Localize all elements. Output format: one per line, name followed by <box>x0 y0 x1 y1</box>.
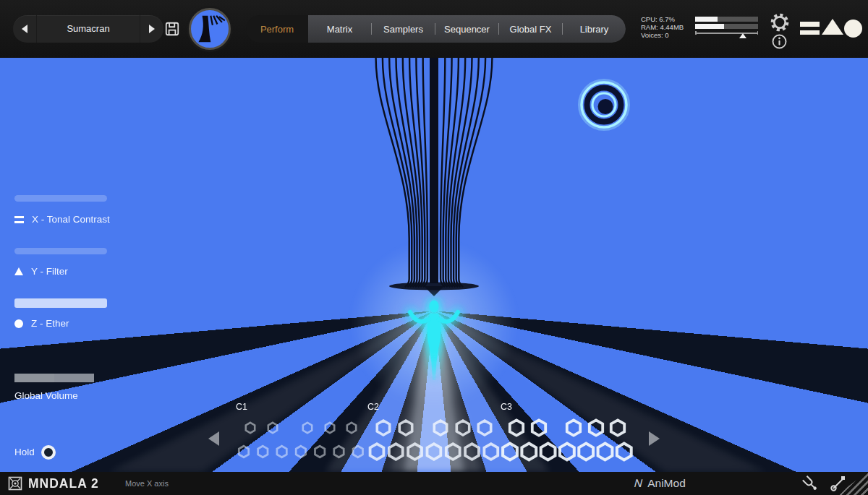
save-preset-button[interactable] <box>164 21 180 37</box>
pan-slider[interactable] <box>695 31 758 39</box>
hex-key-sharp[interactable] <box>268 423 277 433</box>
tab-bar: Perform Matrix Samplers Sequencer Global… <box>246 15 626 43</box>
tab-perform[interactable]: Perform <box>246 15 308 43</box>
stage-graphics <box>0 58 868 472</box>
logo-circle-icon <box>844 20 862 38</box>
preset-selector[interactable]: Sumacran <box>13 15 163 43</box>
preset-name[interactable]: Sumacran <box>36 15 140 43</box>
chevron-right-icon <box>149 25 155 33</box>
z-axis-label-row: Z - Ether <box>14 318 69 329</box>
tune-button[interactable] <box>800 474 819 493</box>
level-meter-2-fill <box>695 24 724 29</box>
output-meters <box>695 17 758 39</box>
hex-key[interactable] <box>277 446 286 457</box>
circle-icon <box>14 319 23 328</box>
animod-logo-icon: N <box>633 477 644 490</box>
tab-global-fx[interactable]: Global FX <box>499 15 562 43</box>
cpu-stat: CPU: 6.7% <box>641 15 684 23</box>
triangle-icon <box>14 267 23 275</box>
perform-stage[interactable]: X - Tonal Contrast Y - Filter Z - Ether … <box>0 58 868 472</box>
settings-button[interactable] <box>770 12 790 33</box>
y-axis-label-row: Y - Filter <box>14 266 68 277</box>
plugin-window: Sumacran Perform Matrix Samplers <box>0 0 868 495</box>
tab-matrix[interactable]: Matrix <box>308 15 371 43</box>
x-axis-slider[interactable] <box>14 195 107 202</box>
preset-prev-button[interactable] <box>13 15 36 43</box>
brand-name: MNDALA 2 <box>28 476 99 491</box>
y-axis-label: Y - Filter <box>31 266 68 277</box>
hex-key-sharp[interactable] <box>567 420 580 435</box>
info-icon <box>771 33 788 50</box>
floppy-save-icon <box>164 21 180 37</box>
hex-key-sharp[interactable] <box>532 420 545 435</box>
hex-key[interactable] <box>296 446 305 457</box>
z-axis-label: Z - Ether <box>31 318 69 329</box>
global-volume-slider[interactable] <box>14 374 94 382</box>
app-logo-badge[interactable] <box>189 8 231 50</box>
hold-label: Hold <box>14 447 35 457</box>
info-button[interactable] <box>771 33 788 50</box>
octave-label-c1: C1 <box>236 402 247 412</box>
y-axis-slider[interactable] <box>14 248 107 254</box>
tab-sequencer[interactable]: Sequencer <box>435 15 498 43</box>
voices-stat: Voices: 0 <box>641 31 684 39</box>
x-axis-label-row: X - Tonal Contrast <box>14 214 110 225</box>
hex-key[interactable] <box>315 446 325 457</box>
level-meter-1-fill <box>695 17 718 22</box>
global-volume-label: Global Volume <box>14 390 78 401</box>
hex-key[interactable] <box>617 444 631 460</box>
hold-toggle[interactable] <box>41 445 56 460</box>
footer-bar: MNDALA 2 Move X axis N AniMod <box>0 472 868 495</box>
preset-next-button[interactable] <box>140 15 163 43</box>
octave-label-c3: C3 <box>501 402 512 412</box>
hex-key[interactable] <box>258 446 268 457</box>
strings-logo-icon <box>191 10 229 48</box>
status-hint: Move X axis <box>125 479 169 488</box>
hex-key[interactable] <box>560 444 574 460</box>
level-meter-1 <box>695 17 758 22</box>
animod-brand: N AniMod <box>634 477 686 490</box>
logo-bar-icon <box>800 22 820 27</box>
hex-key-sharp[interactable] <box>347 423 356 433</box>
z-axis-slider[interactable] <box>14 298 107 308</box>
global-volume-fill <box>14 374 54 382</box>
level-meter-2 <box>695 24 758 29</box>
hex-key-sharp[interactable] <box>303 423 312 433</box>
mandala-icon <box>8 476 22 491</box>
hex-key[interactable] <box>541 444 556 460</box>
tab-library[interactable]: Library <box>563 15 626 43</box>
tuning-fork-icon <box>800 474 819 493</box>
logo-bar-icon <box>800 30 820 35</box>
tab-group: Matrix Samplers Sequencer Global FX Libr… <box>308 15 626 43</box>
pan-thumb[interactable] <box>739 33 746 38</box>
performance-stats: CPU: 6.7% RAM: 4.44MB Voices: 0 <box>641 15 684 39</box>
hex-key[interactable] <box>239 446 248 457</box>
x-axis-label: X - Tonal Contrast <box>32 214 110 225</box>
xy-pad-cursor[interactable] <box>580 81 628 129</box>
hex-key[interactable] <box>598 444 613 460</box>
chevron-left-icon <box>22 25 27 33</box>
tab-samplers[interactable]: Samplers <box>372 15 435 43</box>
gear-icon <box>770 12 790 33</box>
ram-stat: RAM: 4.44MB <box>641 23 684 31</box>
octave-label-c2: C2 <box>367 402 379 412</box>
animod-label: AniMod <box>647 477 686 490</box>
hex-key-sharp[interactable] <box>326 423 334 433</box>
logo-triangle-icon <box>822 19 843 35</box>
header-bar: Sumacran Perform Matrix Samplers <box>0 0 868 58</box>
hex-key[interactable] <box>579 444 593 460</box>
equals-icon <box>14 216 24 223</box>
